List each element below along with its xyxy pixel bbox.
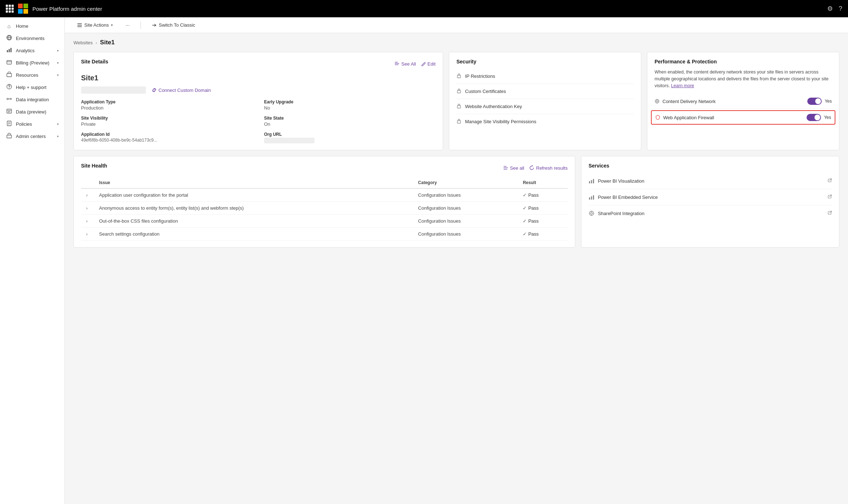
svg-rect-42 — [591, 180, 592, 183]
svg-point-14 — [7, 98, 8, 100]
svg-rect-34 — [458, 106, 461, 108]
sidebar-item-label: Analytics — [16, 48, 35, 53]
svg-point-15 — [10, 98, 12, 100]
cdn-label: Content Delivery Network — [662, 99, 715, 104]
more-label: ··· — [126, 22, 130, 28]
svg-rect-2 — [18, 9, 23, 14]
more-button[interactable]: ··· — [122, 20, 133, 30]
svg-rect-40 — [504, 169, 507, 169]
connect-domain-button[interactable]: Connect Custom Domain — [152, 88, 211, 93]
chevron-down-icon: ▾ — [57, 122, 59, 126]
result-col-header: Result — [519, 177, 567, 188]
sharepoint-label: SharePoint Integration — [598, 211, 644, 216]
settings-icon[interactable]: ⚙ — [827, 5, 833, 13]
chevron-down-icon: ▾ — [57, 73, 59, 77]
security-item-auth-key[interactable]: Website Authentication Key — [456, 99, 634, 114]
breadcrumb-current: Site1 — [100, 39, 115, 46]
detail-value: 49ef6f8b-6050-408b-be9c-54ab173c9... — [81, 138, 253, 143]
expand-row-1-button[interactable]: › — [85, 192, 89, 198]
lock-icon — [456, 119, 461, 125]
detail-value: Production — [81, 105, 253, 111]
sidebar-item-environments[interactable]: Environments — [0, 32, 64, 44]
link-icon — [152, 88, 157, 93]
security-item-custom-certs[interactable]: Custom Certificates — [456, 84, 634, 99]
waf-toggle[interactable] — [807, 114, 821, 121]
security-card: Security IP Restrictions Custom Certific… — [449, 52, 641, 150]
cdn-icon — [655, 99, 660, 104]
site-details-card: Site Details See All Edit S — [73, 52, 443, 150]
site-actions-label: Site Actions — [84, 22, 109, 28]
svg-rect-38 — [504, 166, 506, 166]
sidebar-item-data-integration[interactable]: Data integration — [0, 93, 64, 106]
sidebar-item-label: Resources — [16, 72, 38, 78]
svg-rect-35 — [458, 121, 461, 123]
sidebar-item-analytics[interactable]: Analytics ▾ — [0, 44, 64, 57]
sidebar-item-data-preview[interactable]: Data (preview) — [0, 106, 64, 118]
detail-item-app-id: Application Id 49ef6f8b-6050-408b-be9c-5… — [81, 132, 253, 143]
svg-rect-31 — [395, 64, 398, 65]
cdn-toggle[interactable] — [807, 98, 822, 105]
switch-classic-button[interactable]: Switch To Classic — [148, 20, 199, 30]
category-3: Configuration Issues — [415, 215, 519, 228]
security-title: Security — [456, 59, 634, 64]
sidebar-item-admin-centers[interactable]: Admin centers ▾ — [0, 130, 64, 142]
sidebar-item-label: Billing (Preview) — [16, 60, 49, 66]
service-item-sharepoint[interactable]: SharePoint Integration — [589, 205, 832, 221]
sidebar-item-help[interactable]: Help + support — [0, 81, 64, 93]
analytics-icon — [6, 47, 12, 54]
sidebar-item-policies[interactable]: Policies ▾ — [0, 118, 64, 130]
power-bi-vis-label: Power BI Visualization — [598, 178, 644, 184]
site-health-actions: See all Refresh results — [503, 165, 568, 171]
data-integration-icon — [6, 96, 12, 103]
issue-4: Search settings configuration — [95, 228, 415, 241]
svg-rect-43 — [593, 179, 594, 183]
home-icon: ⌂ — [6, 23, 12, 29]
service-item-power-bi-embedded[interactable]: Power BI Embedded Service — [589, 189, 832, 205]
security-item-visibility-perms[interactable]: Manage Site Visibility Permissions — [456, 114, 634, 129]
connect-domain-label: Connect Custom Domain — [159, 88, 211, 93]
switch-classic-label: Switch To Classic — [159, 22, 195, 28]
list-icon — [503, 165, 508, 170]
performance-title: Performance & Protection — [655, 59, 832, 64]
ip-restrictions-label: IP Restrictions — [465, 73, 495, 79]
site-actions-button[interactable]: Site Actions ▾ — [73, 20, 116, 30]
sidebar-item-home[interactable]: ⌂ Home — [0, 20, 64, 32]
top-navigation: Power Platform admin center ⚙ ? — [0, 0, 848, 17]
lock-icon — [456, 88, 461, 94]
svg-rect-6 — [7, 50, 8, 52]
lock-icon — [456, 103, 461, 110]
site-url-row: Connect Custom Domain — [81, 86, 436, 94]
learn-more-link[interactable]: Learn more — [671, 83, 694, 88]
sidebar-item-label: Policies — [16, 121, 32, 127]
see-all-button[interactable]: See All — [394, 61, 416, 67]
sidebar-item-billing[interactable]: Billing (Preview) ▾ — [0, 57, 64, 69]
refresh-results-button[interactable]: Refresh results — [529, 165, 567, 171]
sidebar-item-resources[interactable]: Resources ▾ — [0, 69, 64, 81]
policies-icon — [6, 121, 12, 127]
detail-label: Application Id — [81, 132, 253, 137]
svg-rect-39 — [504, 168, 508, 168]
svg-rect-0 — [18, 4, 23, 8]
edit-button[interactable]: Edit — [421, 61, 436, 67]
refresh-results-label: Refresh results — [536, 165, 567, 171]
svg-rect-1 — [23, 4, 28, 8]
breadcrumb-separator: › — [95, 40, 97, 45]
waffle-menu-icon[interactable] — [6, 5, 14, 13]
site-health-title: Site Health — [81, 163, 107, 169]
help-icon[interactable]: ? — [839, 5, 842, 13]
expand-row-2-button[interactable]: › — [85, 205, 89, 211]
svg-rect-44 — [589, 197, 590, 200]
site-details-actions: See All Edit — [394, 61, 436, 67]
service-item-power-bi-vis[interactable]: Power BI Visualization — [589, 173, 832, 189]
security-item-ip-restrictions[interactable]: IP Restrictions — [456, 69, 634, 84]
result-4: ✓Pass — [523, 231, 564, 237]
services-title: Services — [589, 163, 832, 169]
svg-rect-27 — [77, 25, 82, 26]
see-all-health-button[interactable]: See all — [503, 165, 525, 171]
expand-row-3-button[interactable]: › — [85, 218, 89, 224]
breadcrumb-parent[interactable]: Websites — [73, 40, 93, 45]
sidebar-item-label: Environments — [16, 36, 44, 41]
refresh-icon — [529, 165, 534, 170]
see-all-icon — [394, 61, 400, 66]
expand-row-4-button[interactable]: › — [85, 231, 89, 237]
